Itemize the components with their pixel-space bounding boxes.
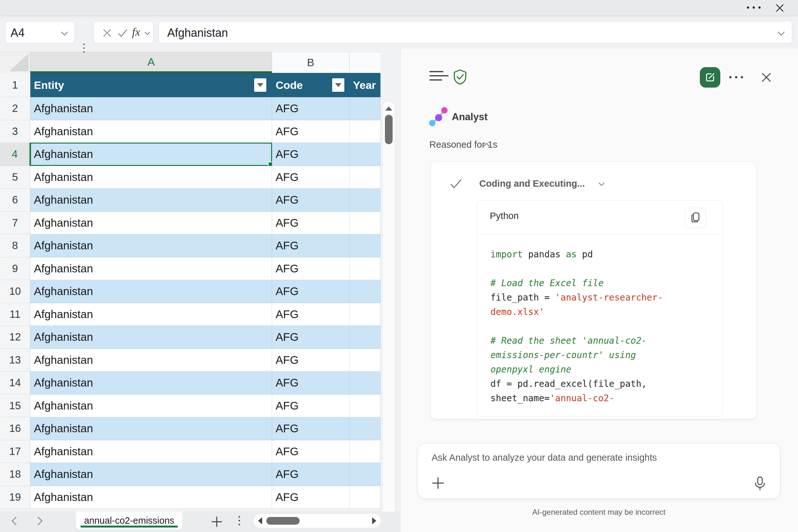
cell[interactable]: AFG bbox=[272, 120, 349, 143]
cell[interactable] bbox=[349, 417, 380, 440]
cell[interactable]: Afghanistan bbox=[31, 395, 272, 418]
cell[interactable]: AFG bbox=[272, 326, 349, 349]
column-header-b[interactable]: B bbox=[272, 52, 349, 73]
cell[interactable] bbox=[349, 280, 380, 303]
horizontal-scroll-thumb[interactable] bbox=[266, 517, 300, 525]
enter-check-icon[interactable] bbox=[118, 28, 128, 37]
cell[interactable] bbox=[349, 258, 380, 280]
row-header[interactable]: 18 bbox=[0, 463, 31, 486]
cell[interactable]: Afghanistan bbox=[31, 97, 272, 120]
row-header[interactable]: 2 bbox=[0, 97, 31, 120]
formula-bar-kebab-icon[interactable] bbox=[83, 43, 85, 53]
vertical-scrollbar[interactable] bbox=[382, 101, 395, 512]
cancel-icon[interactable] bbox=[102, 28, 112, 37]
row-header[interactable]: 3 bbox=[0, 120, 31, 143]
cell[interactable]: AFG bbox=[272, 189, 349, 212]
sheet-tab-active[interactable]: annual-co2-emissions bbox=[76, 512, 182, 529]
row-header[interactable]: 14 bbox=[0, 372, 31, 395]
cell[interactable]: Afghanistan bbox=[31, 372, 272, 395]
cell[interactable]: AFG bbox=[272, 463, 349, 486]
cell[interactable]: AFG bbox=[272, 372, 349, 395]
cell[interactable]: AFG bbox=[272, 212, 349, 235]
cell[interactable]: Afghanistan bbox=[31, 280, 272, 303]
cell[interactable] bbox=[349, 120, 380, 143]
window-more-icon[interactable] bbox=[747, 6, 761, 8]
cell[interactable]: AFG bbox=[272, 234, 349, 258]
cell[interactable] bbox=[349, 463, 380, 486]
row-header[interactable]: 17 bbox=[0, 440, 31, 463]
cell[interactable]: AFG bbox=[272, 97, 349, 120]
row-header[interactable]: 15 bbox=[0, 395, 31, 418]
cell[interactable] bbox=[349, 372, 380, 395]
column-header-c[interactable] bbox=[349, 52, 380, 73]
formula-expand-chevron-icon[interactable] bbox=[778, 29, 784, 36]
new-chat-button[interactable] bbox=[700, 67, 720, 88]
cell[interactable]: Afghanistan bbox=[31, 143, 272, 166]
cell[interactable]: Afghanistan bbox=[31, 326, 272, 349]
panel-more-icon[interactable] bbox=[729, 76, 743, 78]
header-cell-code[interactable]: Code bbox=[272, 73, 349, 97]
sheet-options-kebab-icon[interactable] bbox=[239, 516, 240, 525]
cell[interactable] bbox=[349, 486, 380, 509]
column-header-a[interactable]: A bbox=[31, 52, 272, 73]
cell[interactable]: Afghanistan bbox=[31, 486, 272, 509]
cell[interactable] bbox=[349, 349, 380, 372]
row-header[interactable]: 11 bbox=[0, 303, 31, 326]
cell[interactable]: AFG bbox=[272, 440, 349, 463]
cell[interactable]: AFG bbox=[272, 280, 349, 303]
cell[interactable]: AFG bbox=[272, 166, 349, 189]
row-header[interactable]: 1 bbox=[0, 73, 31, 97]
cell[interactable] bbox=[349, 395, 380, 418]
horizontal-scrollbar[interactable] bbox=[253, 513, 381, 528]
cell[interactable]: AFG bbox=[272, 486, 349, 509]
cell[interactable] bbox=[349, 212, 380, 235]
cell[interactable]: Afghanistan bbox=[31, 166, 272, 189]
window-close-icon[interactable] bbox=[775, 3, 784, 13]
mic-icon[interactable] bbox=[754, 476, 766, 491]
formula-input[interactable]: Afghanistan bbox=[158, 21, 792, 43]
cell[interactable]: Afghanistan bbox=[31, 120, 272, 143]
cell[interactable]: Afghanistan bbox=[31, 189, 272, 212]
name-box-chevron-down-icon[interactable] bbox=[61, 29, 68, 36]
cell[interactable] bbox=[349, 303, 380, 326]
chat-history-icon[interactable] bbox=[430, 71, 449, 83]
fx-icon[interactable]: fx bbox=[132, 26, 140, 39]
cell[interactable]: AFG bbox=[272, 395, 349, 418]
panel-close-icon[interactable] bbox=[761, 72, 772, 83]
cell[interactable]: Afghanistan bbox=[31, 463, 272, 486]
row-header[interactable]: 13 bbox=[0, 349, 31, 372]
cell[interactable] bbox=[349, 234, 380, 258]
cell[interactable] bbox=[349, 440, 380, 463]
row-header[interactable]: 12 bbox=[0, 326, 31, 349]
name-box[interactable]: A4 bbox=[5, 21, 75, 43]
status-label[interactable]: Coding and Executing... bbox=[479, 178, 585, 189]
filter-button[interactable] bbox=[254, 78, 266, 92]
copy-code-button[interactable] bbox=[685, 207, 706, 228]
cell[interactable]: Afghanistan bbox=[31, 303, 272, 326]
cell[interactable]: Afghanistan bbox=[31, 234, 272, 258]
cell[interactable]: AFG bbox=[272, 303, 349, 326]
next-sheet-chevron-icon[interactable] bbox=[34, 517, 42, 525]
cell[interactable] bbox=[349, 326, 380, 349]
cell[interactable] bbox=[349, 97, 380, 120]
row-header[interactable]: 6 bbox=[0, 189, 31, 212]
row-header[interactable]: 19 bbox=[0, 486, 31, 509]
row-header[interactable]: 7 bbox=[0, 212, 31, 235]
cell[interactable] bbox=[349, 189, 380, 212]
cell[interactable]: Afghanistan bbox=[31, 417, 272, 440]
cell[interactable]: Afghanistan bbox=[31, 212, 272, 235]
row-header[interactable]: 16 bbox=[0, 417, 31, 440]
header-cell-year[interactable]: Year bbox=[349, 73, 380, 97]
header-cell-entity[interactable]: Entity bbox=[31, 73, 272, 97]
fx-chevron-down-icon[interactable] bbox=[145, 30, 150, 35]
scroll-up-icon[interactable] bbox=[385, 107, 392, 111]
shield-check-icon[interactable] bbox=[453, 69, 467, 85]
filter-button[interactable] bbox=[332, 78, 344, 92]
cell[interactable] bbox=[349, 143, 380, 166]
cell[interactable]: AFG bbox=[272, 258, 349, 280]
cell[interactable]: Afghanistan bbox=[31, 440, 272, 463]
status-chevron-down-icon[interactable] bbox=[598, 180, 604, 186]
cell[interactable]: AFG bbox=[272, 349, 349, 372]
cell[interactable] bbox=[349, 166, 380, 189]
cell[interactable]: Afghanistan bbox=[31, 258, 272, 280]
